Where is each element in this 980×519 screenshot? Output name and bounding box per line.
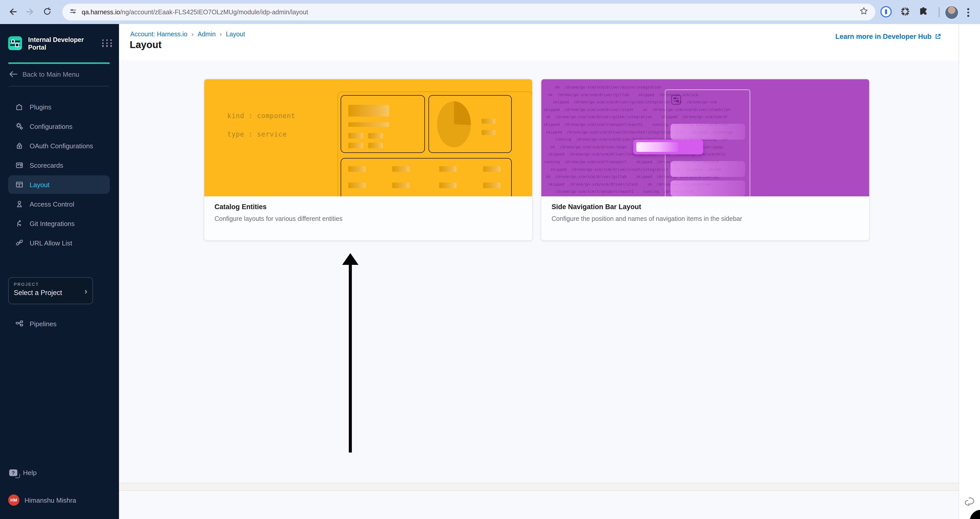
art-mini-logo-icon bbox=[671, 94, 681, 105]
sidebar: Internal Developer Portal Back to Main M… bbox=[0, 24, 119, 519]
catalog-entities-card[interactable]: kind : component type : service bbox=[204, 79, 533, 241]
extension-spinner-icon[interactable] bbox=[900, 6, 910, 16]
accent-divider bbox=[8, 62, 110, 64]
scorecard-icon bbox=[15, 161, 24, 169]
card-title: Catalog Entities bbox=[215, 203, 522, 211]
pipelines-icon bbox=[15, 319, 24, 328]
sidebar-item-plugins[interactable]: Plugins bbox=[8, 97, 110, 116]
art-nav-pill bbox=[671, 161, 745, 177]
help-button[interactable]: ? Help bbox=[9, 465, 37, 480]
link-icon bbox=[15, 239, 24, 247]
art-nav-pill bbox=[671, 124, 745, 140]
bottom-scroll-band bbox=[119, 483, 959, 491]
annotation-arrow-line bbox=[349, 264, 352, 452]
catalog-entities-footer: Catalog Entities Configure layouts for v… bbox=[204, 196, 532, 240]
project-value: Select a Project bbox=[14, 289, 88, 297]
art-nav-pill bbox=[671, 180, 745, 196]
sidebar-item-label: Scorecards bbox=[30, 161, 63, 169]
bookmark-star-icon[interactable] bbox=[859, 6, 868, 18]
user-menu[interactable]: HM Himanshu Mishra bbox=[8, 492, 76, 508]
sidebar-nav: Plugins Configurations OAuth Configurati… bbox=[8, 97, 110, 253]
sidebar-item-git-integrations[interactable]: Git Integrations bbox=[8, 214, 110, 233]
page-header: Account: Harness.io › Admin › Layout Lay… bbox=[119, 24, 959, 61]
side-nav-layout-footer: Side Navigation Bar Layout Configure the… bbox=[541, 196, 869, 240]
chevron-right-icon: › bbox=[84, 286, 88, 297]
annotation-arrow-head bbox=[342, 253, 358, 265]
sidebar-item-label: Access Control bbox=[30, 200, 74, 208]
gears-icon bbox=[15, 122, 24, 130]
side-nav-layout-card[interactable]: ok /drone/go-scm/scm/driver/azure/integr… bbox=[541, 79, 870, 241]
art-pie-box bbox=[428, 95, 512, 153]
pipelines-label: Pipelines bbox=[30, 320, 57, 327]
art-type-text: type : service bbox=[227, 130, 287, 138]
forward-icon[interactable] bbox=[25, 7, 35, 16]
reload-icon[interactable] bbox=[43, 7, 52, 16]
help-label: Help bbox=[23, 469, 37, 476]
content-area: kind : component type : service bbox=[119, 60, 959, 519]
side-nav-layout-art: ok /drone/go-scm/scm/driver/azure/integr… bbox=[541, 79, 869, 196]
sidebar-item-configurations[interactable]: Configurations bbox=[8, 117, 110, 136]
art-pie-chart bbox=[437, 101, 471, 147]
chevron-separator-icon: › bbox=[191, 31, 194, 38]
sidebar-item-access-control[interactable]: Access Control bbox=[8, 195, 110, 213]
module-grid-icon[interactable] bbox=[102, 39, 113, 47]
product-logo-row[interactable]: Internal Developer Portal bbox=[8, 36, 113, 52]
extensions-puzzle-icon[interactable] bbox=[919, 6, 928, 15]
catalog-entities-art: kind : component type : service bbox=[204, 79, 532, 196]
idp-logo-icon bbox=[8, 36, 22, 50]
browser-profile-avatar[interactable] bbox=[945, 6, 959, 19]
card-title: Side Navigation Bar Layout bbox=[552, 203, 859, 211]
art-table-box bbox=[340, 158, 512, 196]
back-label: Back to Main Menu bbox=[22, 70, 80, 78]
user-avatar: HM bbox=[8, 495, 19, 506]
learn-more-link[interactable]: Learn more in Developer Hub bbox=[835, 33, 941, 40]
sidebar-item-label: Git Integrations bbox=[30, 220, 75, 227]
password-manager-icon[interactable] bbox=[880, 6, 889, 15]
card-description: Configure the position and names of navi… bbox=[552, 215, 859, 222]
breadcrumb-admin-link[interactable]: Admin bbox=[197, 31, 216, 38]
sidebar-item-label: OAuth Configurations bbox=[30, 142, 93, 150]
sidebar-item-label: Configurations bbox=[30, 123, 73, 130]
sidebar-item-url-allow-list[interactable]: URL Allow List bbox=[8, 234, 110, 252]
external-link-icon bbox=[935, 33, 941, 40]
art-widget-box bbox=[340, 95, 425, 153]
right-gutter bbox=[959, 24, 980, 519]
sidebar-item-label: Plugins bbox=[30, 103, 51, 111]
layout-icon bbox=[15, 180, 24, 189]
sidebar-item-scorecards[interactable]: Scorecards bbox=[8, 156, 110, 174]
breadcrumb-layout-link[interactable]: Layout bbox=[226, 31, 245, 38]
project-selector[interactable]: PROJECT Select a Project › bbox=[8, 277, 93, 304]
back-to-main-menu[interactable]: Back to Main Menu bbox=[9, 69, 80, 80]
art-kind-text: kind : component bbox=[227, 112, 295, 120]
browser-menu-kebab-icon[interactable] bbox=[967, 6, 969, 18]
user-name: Himanshu Mishra bbox=[24, 496, 76, 504]
lock-icon bbox=[15, 142, 24, 150]
site-info-icon[interactable] bbox=[70, 7, 76, 17]
plugin-icon bbox=[15, 103, 24, 111]
sidebar-item-label: URL Allow List bbox=[30, 239, 72, 247]
product-title: Internal Developer Portal bbox=[28, 36, 89, 52]
main-panel: Account: Harness.io › Admin › Layout Lay… bbox=[119, 24, 959, 519]
breadcrumb: Account: Harness.io › Admin › Layout bbox=[130, 31, 245, 38]
left-arrow-icon bbox=[9, 70, 18, 78]
person-icon bbox=[15, 200, 24, 208]
browser-toolbar: qa.harness.io/ng/account/zEaak-FLS425IEO… bbox=[0, 0, 980, 24]
sidebar-divider bbox=[8, 86, 110, 91]
sidebar-item-pipelines[interactable]: Pipelines bbox=[8, 315, 110, 333]
app-window: qa.harness.io/ng/account/zEaak-FLS425IEO… bbox=[0, 0, 980, 519]
sidebar-item-oauth-configurations[interactable]: OAuth Configurations bbox=[8, 137, 110, 155]
resource-center-chat-icon[interactable] bbox=[964, 496, 977, 510]
sidebar-item-label: Layout bbox=[30, 181, 49, 188]
art-nav-pill-highlight bbox=[633, 140, 703, 155]
help-chat-icon: ? bbox=[9, 469, 18, 476]
sidebar-item-layout[interactable]: Layout bbox=[8, 176, 110, 194]
url-bar[interactable]: qa.harness.io/ng/account/zEaak-FLS425IEO… bbox=[62, 3, 875, 21]
project-label: PROJECT bbox=[14, 282, 88, 287]
url-text[interactable]: qa.harness.io/ng/account/zEaak-FLS425IEO… bbox=[82, 8, 859, 16]
toolbar-divider bbox=[939, 7, 940, 18]
page-title: Layout bbox=[130, 39, 162, 51]
card-description: Configure layouts for various different … bbox=[215, 215, 522, 222]
back-icon[interactable] bbox=[8, 7, 18, 16]
branch-icon bbox=[15, 219, 24, 228]
breadcrumb-account-link[interactable]: Account: Harness.io bbox=[130, 31, 188, 38]
